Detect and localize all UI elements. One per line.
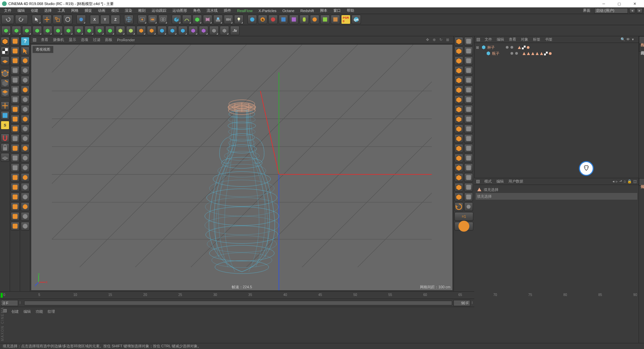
camera-button[interactable] — [224, 15, 233, 24]
am-up-icon[interactable]: ⬏ — [619, 179, 622, 184]
tool2-9[interactable] — [95, 26, 104, 35]
rp-a5[interactable] — [454, 86, 463, 94]
rp-b15[interactable] — [464, 183, 473, 192]
lp3-4[interactable] — [21, 95, 30, 104]
render-view-button[interactable] — [138, 15, 147, 24]
rp-a3[interactable] — [454, 66, 463, 75]
render-settings-button[interactable] — [158, 15, 168, 24]
lp2-0[interactable] — [11, 37, 19, 46]
lp2-1[interactable] — [11, 47, 19, 55]
lp2-16[interactable] — [11, 193, 19, 201]
rp-a15[interactable] — [454, 183, 463, 192]
tool2-10[interactable] — [105, 26, 115, 35]
tool2-16[interactable] — [168, 26, 177, 35]
lp2-14[interactable] — [11, 173, 19, 182]
menu-octane[interactable]: Octane — [280, 8, 297, 13]
menu-render[interactable]: 渲染 — [122, 7, 135, 14]
psr-button[interactable]: PSR0 — [341, 15, 351, 24]
tool2-21[interactable] — [220, 26, 229, 35]
lp2-4[interactable] — [11, 76, 19, 85]
plugin8-icon[interactable] — [320, 15, 330, 24]
timeline-slider[interactable] — [24, 301, 452, 305]
lock-button[interactable] — [1, 143, 9, 152]
menu-realflow[interactable]: RealFlow — [234, 8, 255, 13]
y-axis-button[interactable]: Y — [100, 15, 110, 24]
rp-a13[interactable] — [454, 163, 463, 172]
menu-sim[interactable]: 模拟 — [109, 7, 121, 14]
mm-func[interactable]: 功能 — [36, 309, 43, 314]
tool2-8[interactable] — [85, 26, 94, 35]
vis2-icon[interactable] — [515, 52, 518, 55]
rp-b1[interactable] — [464, 47, 473, 55]
timeline-ruler[interactable]: 051015202530354045505560657075808590 0 F — [0, 291, 644, 299]
rp-b7[interactable] — [464, 105, 473, 114]
tool2-2[interactable] — [22, 26, 32, 35]
menu-char[interactable]: 角色 — [191, 7, 203, 14]
tool2-20[interactable] — [209, 26, 219, 35]
am-prev-icon[interactable]: ◂ — [612, 179, 614, 184]
om-search-icon[interactable]: 🔍 — [621, 37, 625, 42]
rp-a11[interactable] — [454, 144, 463, 153]
rp-a16[interactable] — [454, 193, 463, 201]
magnet-button[interactable] — [1, 134, 9, 142]
lp2-7[interactable] — [11, 105, 19, 114]
vis-icon[interactable] — [505, 46, 509, 49]
lp2-12[interactable] — [11, 154, 19, 162]
rp-b12[interactable] — [464, 154, 473, 162]
tool2-14[interactable] — [147, 26, 156, 35]
spline-button[interactable] — [182, 15, 192, 24]
coord-system-button[interactable] — [124, 15, 133, 24]
frame-end-input[interactable] — [453, 300, 470, 306]
lp2-19[interactable] — [11, 222, 19, 231]
vp-camera[interactable]: 摄像机 — [53, 37, 64, 42]
vp-nav2-icon[interactable]: ⊕ — [433, 38, 437, 42]
rp-a6[interactable] — [454, 95, 463, 104]
rp-b11[interactable] — [464, 144, 473, 153]
plugin7-icon[interactable] — [310, 15, 319, 24]
render-pv-button[interactable] — [148, 15, 157, 24]
rp-a0[interactable] — [454, 37, 463, 46]
menu-mograph[interactable]: 运动图形 — [170, 7, 190, 14]
viewport-solo-button[interactable] — [1, 111, 9, 120]
tab-structure[interactable]: 构造 — [639, 36, 644, 44]
rp-b16[interactable] — [464, 193, 473, 201]
lp2-11[interactable] — [11, 144, 19, 153]
om-view[interactable]: 查看 — [509, 37, 516, 42]
lp2-13[interactable] — [11, 163, 19, 172]
rp-b4[interactable] — [464, 76, 473, 85]
select-tool[interactable] — [32, 15, 41, 24]
lp3-2[interactable] — [21, 76, 30, 85]
plugin5-icon[interactable] — [289, 15, 299, 24]
tag-tri[interactable] — [518, 46, 521, 49]
rp-b5[interactable] — [464, 86, 473, 94]
redo-button[interactable] — [15, 15, 28, 24]
vis2-icon[interactable] — [510, 46, 514, 49]
model-mode-button[interactable] — [1, 37, 9, 46]
plugin2-icon[interactable]: S — [258, 15, 267, 24]
minimize-button[interactable]: ─ — [596, 0, 611, 7]
rp-b13[interactable] — [464, 163, 473, 172]
menu-plugins[interactable]: 插件 — [221, 7, 234, 14]
lp2-2[interactable] — [11, 56, 19, 65]
om-edit[interactable]: 编辑 — [497, 37, 504, 42]
last-tool[interactable] — [76, 15, 86, 24]
am-userdata[interactable]: 用户数据 — [508, 179, 523, 184]
tool2-0[interactable] — [1, 26, 11, 35]
lp3-5[interactable] — [21, 105, 30, 114]
rp-a12[interactable] — [454, 154, 463, 162]
fx-button[interactable]: .fx — [230, 26, 239, 35]
lp3-6[interactable] — [21, 115, 30, 123]
vp-options[interactable]: 选项 — [81, 37, 88, 42]
gear3-button[interactable] — [454, 222, 473, 231]
lp3-9[interactable] — [21, 144, 30, 153]
lp3-16[interactable] — [21, 212, 30, 221]
menu-xparticles[interactable]: X-Particles — [256, 8, 279, 13]
menu-window[interactable]: 窗口 — [331, 7, 343, 14]
menu-pipeline[interactable]: 流水线 — [204, 7, 220, 14]
menu-edit[interactable]: 编辑 — [15, 7, 28, 14]
lp2-3[interactable] — [11, 66, 19, 75]
tag-chk[interactable] — [522, 46, 526, 49]
lp2-9[interactable] — [11, 124, 19, 133]
rp-a1[interactable] — [454, 47, 463, 55]
vp-nav3-icon[interactable]: ↻ — [439, 38, 444, 42]
